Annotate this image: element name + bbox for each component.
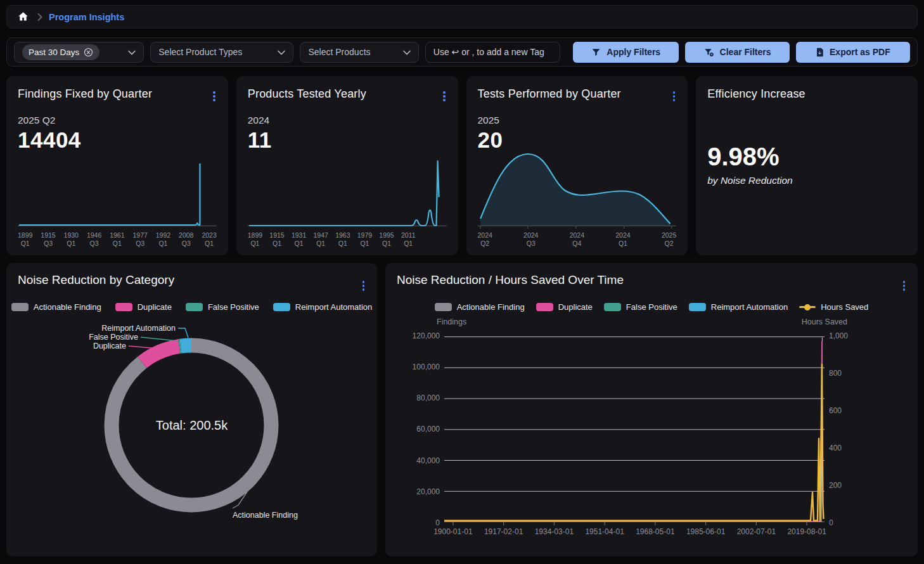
legend-item[interactable]: Actionable Finding bbox=[435, 302, 525, 312]
tick-label: 120,000 bbox=[385, 331, 440, 340]
legend-chip bbox=[689, 303, 706, 311]
x-axis-ticks: 1899 Q11915 Q31930 Q11946 Q31961 Q11977 … bbox=[18, 231, 217, 250]
tick-label: 2024 Q2 bbox=[478, 231, 492, 250]
legend-item[interactable]: Duplicate bbox=[115, 302, 172, 312]
clear-filters-button[interactable]: Clear Filters bbox=[685, 42, 789, 63]
x-axis-ticks: 2024 Q22024 Q32024 Q42024 Q12025 Q2 bbox=[478, 231, 677, 250]
tick-label: 200 bbox=[829, 481, 867, 490]
stat-card-findings-fixed: Findings Fixed by Quarter 2025 Q2 14404 … bbox=[6, 76, 228, 255]
legend-chip bbox=[115, 303, 132, 311]
card-value: 9.98% bbox=[707, 143, 906, 171]
tick-label: 80,000 bbox=[385, 394, 440, 402]
products-dropdown[interactable]: Select Products bbox=[300, 42, 418, 63]
home-icon[interactable] bbox=[15, 9, 31, 25]
date-range-tag: Past 30 Days bbox=[22, 44, 99, 60]
tick-label: 1951-04-01 bbox=[579, 527, 630, 536]
kebab-menu-icon[interactable] bbox=[212, 90, 217, 103]
line-marker-icon bbox=[799, 306, 816, 308]
product-types-dropdown[interactable]: Select Product Types bbox=[150, 42, 293, 63]
timeseries-legend: Actionable FindingDuplicateFalse Positiv… bbox=[385, 302, 918, 312]
legend-chip bbox=[536, 303, 553, 311]
noise-reduction-over-time-panel: Noise Reduction / Hours Saved Over Time … bbox=[385, 263, 918, 556]
remove-tag-icon[interactable] bbox=[84, 48, 93, 57]
x-axis-ticks: 1899 Q11915 Q11931 Q11947 Q11963 Q11979 … bbox=[248, 231, 416, 250]
tick-label: 2019-08-01 bbox=[781, 527, 832, 536]
tag-input[interactable]: Use ↩ or , to add a new Tag bbox=[425, 42, 560, 63]
tick-label: 2024 Q1 bbox=[615, 231, 630, 250]
right-y-axis-labels: 1,0008006004002000 bbox=[829, 331, 867, 527]
dashboard-page: Program Insights Past 30 Days Select Pro… bbox=[0, 0, 924, 564]
right-axis-title: Hours Saved bbox=[802, 317, 847, 326]
callout-duplicate: Duplicate bbox=[93, 342, 126, 350]
tick-label: 1977 Q3 bbox=[132, 231, 147, 250]
export-pdf-button[interactable]: Export as PDF bbox=[796, 42, 910, 63]
tick-label: 600 bbox=[829, 406, 867, 415]
tick-label: 1917-02-01 bbox=[478, 527, 529, 536]
tick-label: 1946 Q3 bbox=[87, 231, 101, 250]
tick-label: 2025 Q2 bbox=[662, 231, 676, 250]
legend-item[interactable]: Reimport Automation bbox=[689, 302, 788, 312]
chevron-right-icon bbox=[37, 13, 42, 21]
tick-label: 1979 Q1 bbox=[357, 231, 372, 250]
file-pdf-icon bbox=[816, 48, 824, 57]
stat-card-tests-performed: Tests Performed by Quarter 2025 20 2024 … bbox=[466, 76, 688, 255]
breadcrumb-page-title[interactable]: Program Insights bbox=[49, 12, 124, 22]
legend-item[interactable]: Duplicate bbox=[536, 302, 593, 312]
noise-reduction-by-category-panel: Noise Reduction by Category Actionable F… bbox=[6, 263, 377, 556]
callout-reimport-automation: Reimport Automation bbox=[101, 324, 176, 333]
chevron-down-icon bbox=[403, 46, 411, 58]
donut-chart bbox=[6, 320, 377, 561]
card-subtitle: by Noise Reduction bbox=[707, 175, 906, 186]
kebab-menu-icon[interactable] bbox=[672, 90, 677, 103]
kebab-menu-icon[interactable] bbox=[442, 90, 447, 103]
legend-item-hours-saved[interactable]: Hours Saved bbox=[799, 302, 868, 312]
tick-label: 2024 Q4 bbox=[570, 231, 584, 250]
tick-label: 0 bbox=[829, 518, 867, 527]
apply-filters-button[interactable]: Apply Filters bbox=[573, 42, 679, 63]
stat-cards-row: Findings Fixed by Quarter 2025 Q2 14404 … bbox=[6, 76, 918, 255]
tick-label: 2023 Q1 bbox=[202, 231, 216, 250]
kebab-menu-icon[interactable] bbox=[902, 279, 907, 292]
tick-label: 1947 Q1 bbox=[314, 231, 328, 250]
x-axis-labels: 1900-01-011917-02-011934-03-011951-04-01… bbox=[428, 527, 832, 536]
legend-chip bbox=[273, 303, 290, 311]
tick-label: 1963 Q1 bbox=[335, 231, 350, 250]
chevron-down-icon bbox=[128, 46, 136, 58]
card-period: 2025 Q2 bbox=[18, 115, 217, 126]
sparkline-chart bbox=[248, 136, 447, 229]
breadcrumb: Program Insights bbox=[6, 5, 918, 29]
legend-item[interactable]: Reimport Automation bbox=[273, 302, 372, 312]
tick-label: 2002-07-01 bbox=[731, 527, 782, 536]
card-title: Tests Performed by Quarter bbox=[478, 87, 677, 101]
panel-title: Noise Reduction / Hours Saved Over Time bbox=[397, 273, 624, 287]
left-y-axis-labels: 120,000100,00080,00060,00040,00020,0000 bbox=[385, 331, 440, 527]
legend-item[interactable]: Actionable Finding bbox=[11, 302, 101, 312]
card-title: Products Tested Yearly bbox=[248, 87, 447, 101]
donut-total-label: Total: 200.5k bbox=[6, 418, 377, 433]
tick-label: 1985-06-01 bbox=[681, 527, 731, 536]
callout-actionable-finding: Actionable Finding bbox=[233, 511, 298, 520]
tick-label: 0 bbox=[385, 518, 440, 527]
charts-row: Noise Reduction by Category Actionable F… bbox=[6, 263, 918, 556]
callout-false-positive: False Positive bbox=[89, 333, 138, 342]
legend-item[interactable]: False Positive bbox=[186, 302, 259, 312]
stat-card-products-tested: Products Tested Yearly 2024 11 1899 Q119… bbox=[236, 76, 458, 255]
tick-label: 1961 Q1 bbox=[110, 231, 124, 250]
tick-label: 2024 Q3 bbox=[523, 231, 538, 250]
stat-card-efficiency: Efficiency Increase 9.98% by Noise Reduc… bbox=[696, 76, 918, 255]
tick-label: 1915 Q1 bbox=[269, 231, 284, 250]
legend-item[interactable]: False Positive bbox=[604, 302, 677, 312]
tick-label: 1930 Q1 bbox=[64, 231, 79, 250]
sparkline-chart bbox=[18, 136, 217, 229]
card-period: 2024 bbox=[248, 115, 447, 126]
legend-chip bbox=[11, 303, 29, 311]
timeseries-chart bbox=[444, 336, 825, 527]
tick-label: 400 bbox=[829, 444, 867, 452]
filter-icon bbox=[591, 48, 601, 57]
chevron-down-icon bbox=[278, 46, 285, 58]
tick-label: 20,000 bbox=[385, 487, 440, 496]
tick-label: 1931 Q1 bbox=[292, 231, 306, 250]
date-range-dropdown[interactable]: Past 30 Days bbox=[14, 42, 144, 63]
panel-title: Noise Reduction by Category bbox=[18, 273, 174, 287]
kebab-menu-icon[interactable] bbox=[361, 279, 366, 292]
